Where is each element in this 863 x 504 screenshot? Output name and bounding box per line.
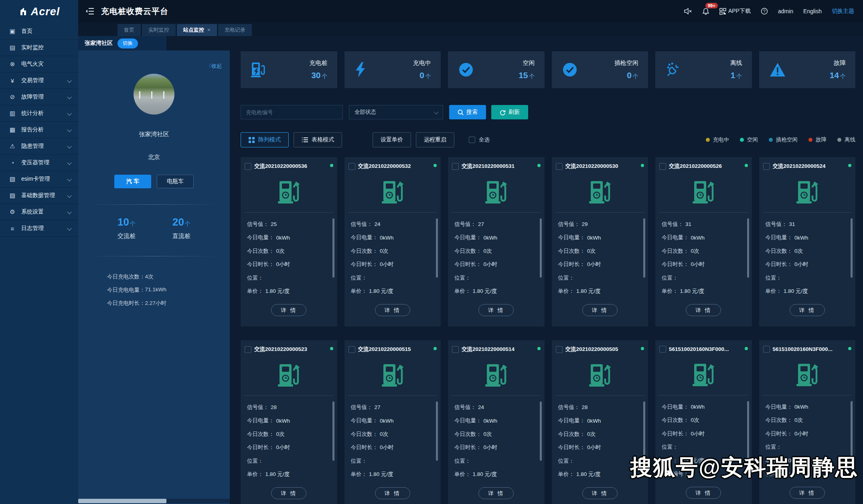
pile-info: 信号值：31 今日电量：0kWh 今日次数：0次 今日时长：0小时 位置： 单价…: [655, 213, 752, 298]
pile-info-row: 今日电量：0kWh: [558, 414, 642, 428]
tab-charging-records[interactable]: 充电记录: [218, 24, 252, 36]
pile-card-header: 交流20210220000505: [552, 340, 648, 353]
pile-card-header: 561510020160N3F000...: [759, 340, 856, 353]
scrollbar-thumb[interactable]: [747, 218, 749, 278]
detail-button[interactable]: 详 情: [271, 304, 306, 316]
scrollbar-thumb[interactable]: [540, 218, 542, 278]
detail-button[interactable]: 详 情: [271, 487, 306, 499]
pile-checkbox[interactable]: [348, 163, 355, 170]
detail-button[interactable]: 详 情: [582, 304, 618, 316]
pile-info-row: 单价：1.80 元/度: [662, 285, 746, 298]
detail-button[interactable]: 详 情: [478, 304, 514, 316]
tab-realtime-monitor[interactable]: 实时监控: [142, 24, 176, 36]
sidebar-item[interactable]: ◔ 变压器管理: [0, 155, 78, 171]
detail-button[interactable]: 详 情: [686, 487, 721, 499]
refresh-button[interactable]: 刷新: [491, 105, 528, 119]
qr-code-icon: [719, 8, 726, 15]
table-mode-button[interactable]: 表格模式: [294, 132, 342, 147]
select-all[interactable]: 全选: [469, 136, 490, 143]
gun-number-input[interactable]: [241, 105, 343, 119]
mute-icon[interactable]: [684, 8, 692, 14]
pile-card-header: 交流20210220000531: [448, 157, 545, 170]
sidebar-item[interactable]: ¥ 交易管理: [0, 73, 78, 89]
grid-mode-button[interactable]: 阵列模式: [241, 132, 289, 147]
sidebar-item[interactable]: ▦ 报告分析: [0, 122, 78, 138]
scrollbar-thumb[interactable]: [78, 499, 166, 503]
detail-button[interactable]: 详 情: [790, 304, 825, 316]
pile-card-header: 561510020160N3F000...: [655, 340, 752, 353]
scrollbar-thumb[interactable]: [436, 218, 438, 278]
status-dot: [434, 164, 437, 167]
sidebar-item[interactable]: ⊗ 电气火灾: [0, 56, 78, 73]
status-dot: [769, 138, 773, 142]
collapse-panel-link[interactable]: 〈收起: [78, 50, 230, 70]
detail-button[interactable]: 详 情: [375, 487, 410, 499]
scrollbar-thumb[interactable]: [332, 401, 334, 461]
sidebar-item[interactable]: ▥ 统计分析: [0, 105, 78, 122]
grid-mode-label: 阵列模式: [258, 136, 281, 143]
chevron-down-icon: [67, 111, 71, 115]
sidebar-item[interactable]: ⚠ 隐患管理: [0, 138, 78, 155]
pile-checkbox[interactable]: [556, 346, 563, 353]
scrollbar-thumb[interactable]: [332, 218, 334, 278]
pile-info-row: 位置：: [662, 441, 746, 454]
app-download[interactable]: APP下载: [719, 8, 751, 15]
tab-home[interactable]: 首页: [117, 24, 141, 36]
sidebar-item[interactable]: ≡ 日志管理: [0, 220, 78, 237]
scrollbar-thumb[interactable]: [747, 401, 749, 460]
status-select[interactable]: 全部状态: [349, 105, 443, 119]
scrollbar-thumb[interactable]: [851, 218, 853, 278]
vehicle-tab-ebike[interactable]: 电瓶车: [157, 175, 194, 188]
detail-button[interactable]: 详 情: [478, 487, 514, 499]
stat-label: 离线: [730, 59, 742, 67]
tab-close-icon[interactable]: ×: [207, 27, 211, 33]
set-price-button[interactable]: 设置单价: [373, 132, 411, 147]
pile-checkbox[interactable]: [556, 163, 563, 170]
pile-info-row: 单价：1.80 元/度: [454, 285, 538, 298]
pile-checkbox[interactable]: [245, 346, 251, 353]
detail-button[interactable]: 详 情: [582, 487, 618, 499]
language-switch[interactable]: English: [803, 8, 822, 14]
stat-value: 0个: [627, 71, 638, 80]
pile-checkbox[interactable]: [452, 163, 459, 170]
remote-restart-button[interactable]: 远程重启: [416, 132, 454, 147]
username[interactable]: admin: [778, 8, 793, 14]
station-panel: 张家湾社区 切换 〈收起 张家湾社区 北京 汽 车 电瓶车 10个 交流桩 20…: [78, 36, 230, 504]
scrollbar-thumb[interactable]: [436, 401, 438, 461]
tab-station-monitor[interactable]: 站点监控×: [177, 24, 217, 36]
pile-checkbox[interactable]: [763, 163, 770, 170]
menu-collapse-icon[interactable]: [85, 8, 94, 15]
main-content: 充电桩 30个 充电中 0个 空闲 15个 插枪空闲 0个: [230, 36, 863, 504]
detail-button[interactable]: 详 情: [686, 304, 721, 316]
detail-button[interactable]: 详 情: [790, 487, 825, 499]
help-icon[interactable]: ?: [761, 8, 768, 15]
scrollbar-thumb[interactable]: [643, 401, 645, 461]
status-dot: [808, 138, 812, 142]
pile-checkbox[interactable]: [245, 163, 251, 170]
select-all-checkbox[interactable]: [469, 137, 475, 143]
logo-text: Acrel: [31, 6, 60, 18]
pile-checkbox[interactable]: [348, 346, 355, 353]
sidebar-item[interactable]: ▣ 首页: [0, 23, 78, 40]
scrollbar-thumb[interactable]: [540, 401, 542, 461]
sidebar-item[interactable]: ▨ 基础数据管理: [0, 187, 78, 204]
pile-checkbox[interactable]: [763, 346, 770, 353]
scrollbar-thumb[interactable]: [851, 401, 853, 460]
sidebar-item[interactable]: ▧ esim卡管理: [0, 171, 78, 187]
station-body: 〈收起 张家湾社区 北京 汽 车 电瓶车 10个 交流桩 20个 直流桩 今日充…: [78, 50, 230, 504]
search-button[interactable]: 搜索: [449, 105, 486, 119]
switch-station-button[interactable]: 切换: [117, 38, 138, 48]
pile-checkbox[interactable]: [452, 346, 459, 353]
charging-pile-icon: [587, 180, 612, 204]
pile-checkbox[interactable]: [659, 346, 666, 353]
sidebar-item[interactable]: ⚙ 系统设置: [0, 204, 78, 220]
detail-button[interactable]: 详 情: [375, 304, 410, 316]
sidebar-item[interactable]: ▤ 实时监控: [0, 40, 78, 56]
notifications-bell[interactable]: 99+: [702, 8, 709, 15]
pile-checkbox[interactable]: [659, 163, 666, 170]
vehicle-tab-car[interactable]: 汽 车: [114, 175, 151, 188]
switch-theme-link[interactable]: 切换主题: [832, 8, 854, 15]
pile-info-row: 位置：: [662, 271, 746, 285]
scrollbar-thumb[interactable]: [643, 218, 645, 278]
sidebar-item[interactable]: ⊘ 故障管理: [0, 89, 78, 105]
